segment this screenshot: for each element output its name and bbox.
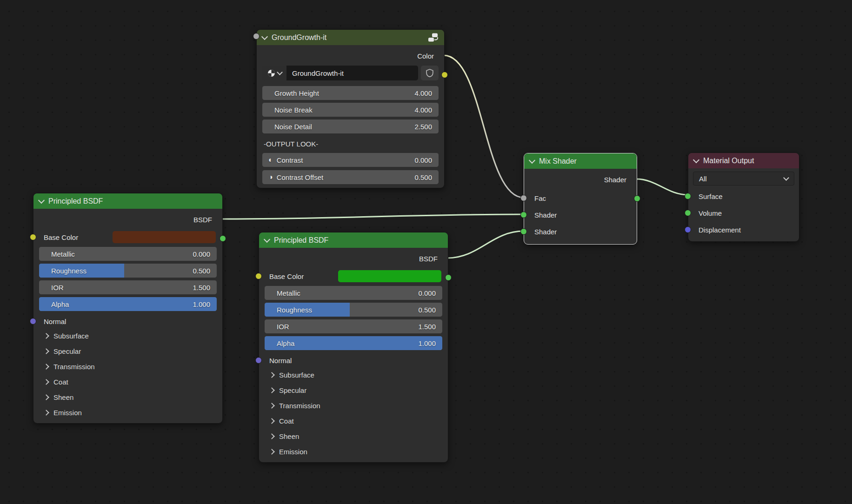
displacement-input-socket[interactable] [685,226,691,233]
slider-alpha[interactable]: Alpha 1.000 [265,336,442,350]
panel-emission[interactable]: Emission [259,444,448,459]
param-label: ◐ Contrast [262,156,414,164]
panel-label: Subsurface [53,332,89,340]
normal-input-socket[interactable] [255,357,262,364]
panel-coat[interactable]: Coat [33,374,222,390]
collapse-chevron-icon[interactable] [529,157,535,163]
shader-output-socket[interactable] [634,195,640,202]
shader-output-label: Shader [604,176,626,184]
fake-user-button[interactable] [421,66,439,80]
param-value: 0.000 [193,250,217,258]
shader1-input-socket[interactable] [520,212,527,218]
shader2-input-socket[interactable] [520,228,527,235]
target-dropdown[interactable]: All [693,172,794,186]
base-color-swatch[interactable] [113,231,216,243]
shield-icon [426,69,433,77]
panel-specular[interactable]: Specular [259,383,448,398]
param-value: 0.500 [414,173,439,181]
slider-contrast[interactable]: ◐ Contrast 0.000 [262,153,439,167]
bsdf-output-row: BSDF [259,252,448,265]
param-value: 0.000 [418,289,442,297]
node-header[interactable]: Mix Shader [524,153,637,169]
panel-label: Transmission [53,363,95,371]
node-header[interactable]: Material Output [688,153,799,168]
slider-ior[interactable]: IOR 1.500 [39,280,217,294]
slider-contrast-offset[interactable]: ◑ Contrast Offset 0.500 [262,170,439,184]
collapse-chevron-icon[interactable] [693,156,699,163]
base-color-row: Base Color [259,269,448,283]
panel-subsurface[interactable]: Subsurface [259,367,448,383]
param-value: 0.000 [414,156,439,164]
shader2-label: Shader [534,228,557,236]
collapse-chevron-icon[interactable] [261,33,268,40]
node-mix-shader[interactable]: Mix Shader Shader Fac Shader Shader [524,153,637,245]
fac-input-socket[interactable] [520,195,527,201]
normal-label: Normal [44,318,66,325]
node-principled-bsdf-mid[interactable]: Principled BSDF BSDF Base Color Metallic… [259,232,448,463]
base-color-input-socket[interactable] [30,234,36,240]
volume-input-socket[interactable] [685,210,691,216]
node-tree-pill: GroundGrowth-it [262,66,418,80]
surface-input-socket[interactable] [685,193,691,199]
surface-row: Surface [688,189,799,203]
node-header[interactable]: Principled BSDF [259,232,448,248]
bsdf-output-socket[interactable] [445,274,452,281]
link-bsdf1-to-shader1[interactable] [222,214,524,219]
link-bsdf2-to-shader2[interactable] [447,231,524,258]
contrast-offset-icon: ◑ [268,173,273,181]
expand-chevron-icon [43,379,49,385]
panel-sheen[interactable]: Sheen [259,429,448,444]
node-tree-name: GroundGrowth-it [292,69,344,77]
color-output-label: Color [417,52,434,60]
output-look-input-socket[interactable] [253,33,260,40]
param-label: Growth Height [262,89,414,97]
node-tree-name-field[interactable]: GroundGrowth-it [286,66,418,80]
bsdf-output-label: BSDF [193,216,212,224]
slider-noise-detail[interactable]: Noise Detail 2.500 [262,119,439,133]
collapse-chevron-icon[interactable] [264,236,270,242]
panel-subsurface[interactable]: Subsurface [33,328,222,344]
node-material-output[interactable]: Material Output All Surface Volume Displ… [688,153,799,242]
collapse-chevron-icon[interactable] [38,197,45,203]
color-output-socket[interactable] [441,72,448,78]
bsdf-output-row: BSDF [33,212,222,226]
param-label: Alpha [265,339,418,347]
panel-transmission[interactable]: Transmission [259,398,448,413]
slider-noise-break[interactable]: Noise Break 4.000 [262,103,439,117]
param-value: 1.000 [193,300,217,308]
node-editor-canvas[interactable]: GroundGrowth-it Color [0,0,852,504]
base-color-input-socket[interactable] [255,273,262,279]
node-principled-bsdf-left[interactable]: Principled BSDF BSDF Base Color Metallic… [33,193,223,424]
node-header[interactable]: GroundGrowth-it [257,30,444,45]
link-color-to-fac[interactable] [444,55,524,198]
panel-coat[interactable]: Coat [259,413,448,429]
slider-ior[interactable]: IOR 1.500 [265,319,442,333]
slider-metallic[interactable]: Metallic 0.000 [39,247,217,261]
normal-input-socket[interactable] [30,318,36,325]
slider-alpha[interactable]: Alpha 1.000 [39,297,217,311]
param-value: 1.000 [418,339,442,347]
node-header[interactable]: Principled BSDF [33,193,222,209]
panel-label: Sheen [53,393,73,401]
panel-label: Coat [279,417,294,425]
slider-roughness[interactable]: Roughness 0.500 [39,264,217,278]
node-groundgrowth[interactable]: GroundGrowth-it Color [256,29,445,188]
displacement-label: Displacement [699,226,741,234]
browse-node-tree-button[interactable] [262,66,286,80]
param-label: Roughness [265,306,418,314]
panel-sheen[interactable]: Sheen [33,390,222,405]
param-label: IOR [39,284,193,292]
bsdf-output-socket[interactable] [220,235,226,242]
node-title: Principled BSDF [274,236,442,245]
panel-specular[interactable]: Specular [33,344,222,359]
param-value: 1.500 [418,323,442,331]
slider-roughness[interactable]: Roughness 0.500 [265,303,442,317]
normal-label: Normal [269,357,292,365]
panel-emission[interactable]: Emission [33,405,222,420]
slider-metallic[interactable]: Metallic 0.000 [265,286,442,300]
link-mix-to-surface[interactable] [636,179,688,195]
param-value: 0.500 [193,267,217,275]
panel-transmission[interactable]: Transmission [33,359,222,374]
base-color-swatch[interactable] [338,270,441,282]
slider-growth-height[interactable]: Growth Height 4.000 [262,86,439,100]
